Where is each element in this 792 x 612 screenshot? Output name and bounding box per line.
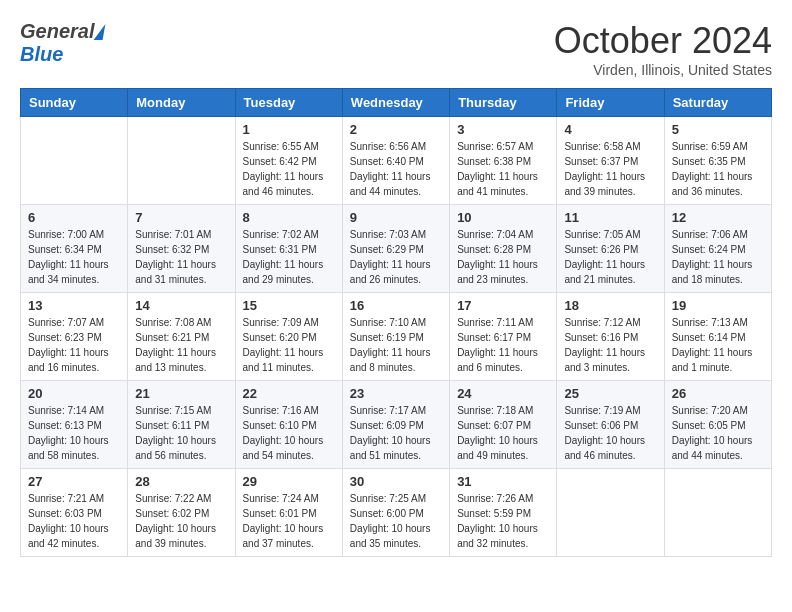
calendar-cell: 28Sunrise: 7:22 AM Sunset: 6:02 PM Dayli… <box>128 469 235 557</box>
calendar-cell: 30Sunrise: 7:25 AM Sunset: 6:00 PM Dayli… <box>342 469 449 557</box>
logo-blue: Blue <box>20 43 63 65</box>
calendar-week-row: 20Sunrise: 7:14 AM Sunset: 6:13 PM Dayli… <box>21 381 772 469</box>
calendar-week-row: 27Sunrise: 7:21 AM Sunset: 6:03 PM Dayli… <box>21 469 772 557</box>
day-number: 22 <box>243 386 335 401</box>
day-number: 23 <box>350 386 442 401</box>
calendar-week-row: 6Sunrise: 7:00 AM Sunset: 6:34 PM Daylig… <box>21 205 772 293</box>
day-number: 24 <box>457 386 549 401</box>
calendar-cell: 25Sunrise: 7:19 AM Sunset: 6:06 PM Dayli… <box>557 381 664 469</box>
calendar-cell: 5Sunrise: 6:59 AM Sunset: 6:35 PM Daylig… <box>664 117 771 205</box>
calendar-cell: 16Sunrise: 7:10 AM Sunset: 6:19 PM Dayli… <box>342 293 449 381</box>
weekday-header: Thursday <box>450 89 557 117</box>
weekday-header: Monday <box>128 89 235 117</box>
day-number: 29 <box>243 474 335 489</box>
day-detail: Sunrise: 7:15 AM Sunset: 6:11 PM Dayligh… <box>135 403 227 463</box>
day-detail: Sunrise: 7:24 AM Sunset: 6:01 PM Dayligh… <box>243 491 335 551</box>
day-detail: Sunrise: 7:10 AM Sunset: 6:19 PM Dayligh… <box>350 315 442 375</box>
calendar-week-row: 1Sunrise: 6:55 AM Sunset: 6:42 PM Daylig… <box>21 117 772 205</box>
day-number: 16 <box>350 298 442 313</box>
calendar-cell: 12Sunrise: 7:06 AM Sunset: 6:24 PM Dayli… <box>664 205 771 293</box>
day-detail: Sunrise: 7:02 AM Sunset: 6:31 PM Dayligh… <box>243 227 335 287</box>
calendar-cell: 4Sunrise: 6:58 AM Sunset: 6:37 PM Daylig… <box>557 117 664 205</box>
weekday-header: Saturday <box>664 89 771 117</box>
day-detail: Sunrise: 6:59 AM Sunset: 6:35 PM Dayligh… <box>672 139 764 199</box>
day-number: 1 <box>243 122 335 137</box>
calendar-cell: 1Sunrise: 6:55 AM Sunset: 6:42 PM Daylig… <box>235 117 342 205</box>
day-number: 9 <box>350 210 442 225</box>
day-number: 26 <box>672 386 764 401</box>
day-detail: Sunrise: 7:20 AM Sunset: 6:05 PM Dayligh… <box>672 403 764 463</box>
logo: General Blue <box>20 20 104 66</box>
day-detail: Sunrise: 6:55 AM Sunset: 6:42 PM Dayligh… <box>243 139 335 199</box>
day-detail: Sunrise: 7:21 AM Sunset: 6:03 PM Dayligh… <box>28 491 120 551</box>
calendar-cell: 3Sunrise: 6:57 AM Sunset: 6:38 PM Daylig… <box>450 117 557 205</box>
day-detail: Sunrise: 7:14 AM Sunset: 6:13 PM Dayligh… <box>28 403 120 463</box>
calendar-cell: 10Sunrise: 7:04 AM Sunset: 6:28 PM Dayli… <box>450 205 557 293</box>
day-detail: Sunrise: 7:03 AM Sunset: 6:29 PM Dayligh… <box>350 227 442 287</box>
calendar-cell: 7Sunrise: 7:01 AM Sunset: 6:32 PM Daylig… <box>128 205 235 293</box>
calendar-cell: 13Sunrise: 7:07 AM Sunset: 6:23 PM Dayli… <box>21 293 128 381</box>
day-detail: Sunrise: 7:25 AM Sunset: 6:00 PM Dayligh… <box>350 491 442 551</box>
weekday-header: Wednesday <box>342 89 449 117</box>
location: Virden, Illinois, United States <box>554 62 772 78</box>
day-number: 8 <box>243 210 335 225</box>
day-number: 19 <box>672 298 764 313</box>
day-number: 28 <box>135 474 227 489</box>
calendar-cell: 8Sunrise: 7:02 AM Sunset: 6:31 PM Daylig… <box>235 205 342 293</box>
calendar-cell: 11Sunrise: 7:05 AM Sunset: 6:26 PM Dayli… <box>557 205 664 293</box>
weekday-header: Sunday <box>21 89 128 117</box>
day-number: 14 <box>135 298 227 313</box>
day-number: 5 <box>672 122 764 137</box>
day-number: 4 <box>564 122 656 137</box>
calendar-cell <box>21 117 128 205</box>
day-number: 15 <box>243 298 335 313</box>
day-number: 20 <box>28 386 120 401</box>
calendar-cell: 15Sunrise: 7:09 AM Sunset: 6:20 PM Dayli… <box>235 293 342 381</box>
calendar-cell: 14Sunrise: 7:08 AM Sunset: 6:21 PM Dayli… <box>128 293 235 381</box>
day-detail: Sunrise: 7:09 AM Sunset: 6:20 PM Dayligh… <box>243 315 335 375</box>
page-header: General Blue October 2024 Virden, Illino… <box>20 20 772 78</box>
weekday-header: Tuesday <box>235 89 342 117</box>
weekday-header: Friday <box>557 89 664 117</box>
calendar-cell: 31Sunrise: 7:26 AM Sunset: 5:59 PM Dayli… <box>450 469 557 557</box>
month-title: October 2024 <box>554 20 772 62</box>
day-number: 21 <box>135 386 227 401</box>
calendar-cell: 2Sunrise: 6:56 AM Sunset: 6:40 PM Daylig… <box>342 117 449 205</box>
calendar-cell: 18Sunrise: 7:12 AM Sunset: 6:16 PM Dayli… <box>557 293 664 381</box>
day-number: 2 <box>350 122 442 137</box>
day-detail: Sunrise: 7:26 AM Sunset: 5:59 PM Dayligh… <box>457 491 549 551</box>
logo-icon <box>94 24 106 40</box>
day-number: 25 <box>564 386 656 401</box>
day-number: 31 <box>457 474 549 489</box>
day-number: 3 <box>457 122 549 137</box>
calendar-cell: 21Sunrise: 7:15 AM Sunset: 6:11 PM Dayli… <box>128 381 235 469</box>
day-number: 12 <box>672 210 764 225</box>
day-detail: Sunrise: 7:17 AM Sunset: 6:09 PM Dayligh… <box>350 403 442 463</box>
day-detail: Sunrise: 7:00 AM Sunset: 6:34 PM Dayligh… <box>28 227 120 287</box>
day-detail: Sunrise: 7:01 AM Sunset: 6:32 PM Dayligh… <box>135 227 227 287</box>
calendar-cell <box>664 469 771 557</box>
day-detail: Sunrise: 6:57 AM Sunset: 6:38 PM Dayligh… <box>457 139 549 199</box>
day-number: 7 <box>135 210 227 225</box>
day-number: 27 <box>28 474 120 489</box>
title-area: October 2024 Virden, Illinois, United St… <box>554 20 772 78</box>
day-number: 13 <box>28 298 120 313</box>
day-detail: Sunrise: 7:11 AM Sunset: 6:17 PM Dayligh… <box>457 315 549 375</box>
day-detail: Sunrise: 7:04 AM Sunset: 6:28 PM Dayligh… <box>457 227 549 287</box>
calendar-table: SundayMondayTuesdayWednesdayThursdayFrid… <box>20 88 772 557</box>
day-detail: Sunrise: 7:13 AM Sunset: 6:14 PM Dayligh… <box>672 315 764 375</box>
calendar-cell: 23Sunrise: 7:17 AM Sunset: 6:09 PM Dayli… <box>342 381 449 469</box>
day-number: 17 <box>457 298 549 313</box>
logo-general: General <box>20 20 94 43</box>
day-number: 6 <box>28 210 120 225</box>
calendar-cell: 26Sunrise: 7:20 AM Sunset: 6:05 PM Dayli… <box>664 381 771 469</box>
day-detail: Sunrise: 7:18 AM Sunset: 6:07 PM Dayligh… <box>457 403 549 463</box>
calendar-cell: 29Sunrise: 7:24 AM Sunset: 6:01 PM Dayli… <box>235 469 342 557</box>
calendar-cell: 27Sunrise: 7:21 AM Sunset: 6:03 PM Dayli… <box>21 469 128 557</box>
day-number: 18 <box>564 298 656 313</box>
day-number: 10 <box>457 210 549 225</box>
day-detail: Sunrise: 7:06 AM Sunset: 6:24 PM Dayligh… <box>672 227 764 287</box>
day-detail: Sunrise: 7:22 AM Sunset: 6:02 PM Dayligh… <box>135 491 227 551</box>
calendar-cell: 6Sunrise: 7:00 AM Sunset: 6:34 PM Daylig… <box>21 205 128 293</box>
day-detail: Sunrise: 7:05 AM Sunset: 6:26 PM Dayligh… <box>564 227 656 287</box>
